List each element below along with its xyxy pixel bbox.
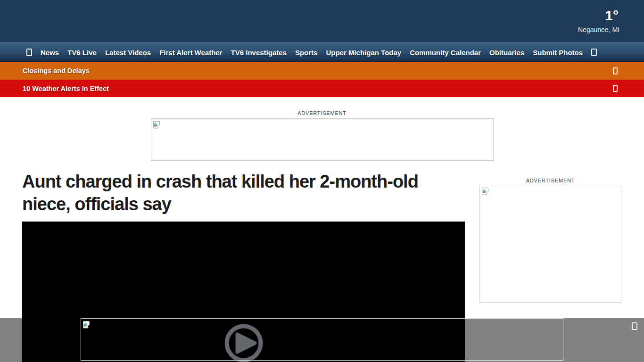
side-ad-slot[interactable] bbox=[479, 185, 621, 303]
nav-item-submit-photos[interactable]: Submit Photos bbox=[533, 49, 583, 57]
nav-item-sports[interactable]: Sports bbox=[295, 49, 318, 57]
temperature: 1° bbox=[578, 8, 619, 24]
alert-banner-label: Closings and Delays bbox=[23, 67, 90, 74]
nav-item-latest-videos[interactable]: Latest Videos bbox=[105, 49, 151, 57]
page: 1° Negaunee, MI News TV6 Live Latest Vid… bbox=[0, 0, 644, 362]
advertisement-label: ADVERTISEMENT bbox=[479, 178, 621, 183]
main-nav: News TV6 Live Latest Videos First Alert … bbox=[0, 42, 644, 62]
top-ad-slot[interactable] bbox=[151, 118, 494, 161]
search-icon[interactable] bbox=[591, 49, 597, 56]
article-headline: Aunt charged in crash that killed her 2-… bbox=[22, 171, 470, 215]
menu-icon[interactable] bbox=[26, 49, 32, 56]
location-label: Negaunee, MI bbox=[578, 26, 619, 33]
advertisement-label: ADVERTISEMENT bbox=[151, 110, 493, 116]
banner-arrow-icon bbox=[613, 85, 618, 92]
alert-banner-label: 10 Weather Alerts In Effect bbox=[23, 85, 109, 92]
broken-image-icon bbox=[83, 321, 91, 329]
close-icon[interactable] bbox=[632, 322, 637, 330]
banner-arrow-icon bbox=[613, 67, 618, 74]
nav-item-news[interactable]: News bbox=[41, 49, 59, 57]
nav-item-first-alert-weather[interactable]: First Alert Weather bbox=[159, 49, 222, 57]
weather-widget[interactable]: 1° Negaunee, MI bbox=[578, 8, 619, 33]
broken-image-icon bbox=[481, 187, 489, 195]
alert-banner-weather-alerts[interactable]: 10 Weather Alerts In Effect bbox=[0, 80, 644, 97]
nav-item-obituaries[interactable]: Obituaries bbox=[489, 49, 524, 57]
nav-item-tv6-investigates[interactable]: TV6 Investigates bbox=[231, 49, 287, 57]
broken-image-icon bbox=[153, 121, 161, 129]
nav-item-upper-michigan-today[interactable]: Upper Michigan Today bbox=[326, 49, 401, 57]
sticky-ad-slot[interactable] bbox=[81, 318, 563, 361]
nav-item-community-calendar[interactable]: Community Calendar bbox=[410, 49, 481, 57]
alert-banner-closings[interactable]: Closings and Delays bbox=[0, 62, 644, 80]
site-header: 1° Negaunee, MI bbox=[0, 0, 644, 42]
nav-item-tv6-live[interactable]: TV6 Live bbox=[67, 49, 97, 57]
